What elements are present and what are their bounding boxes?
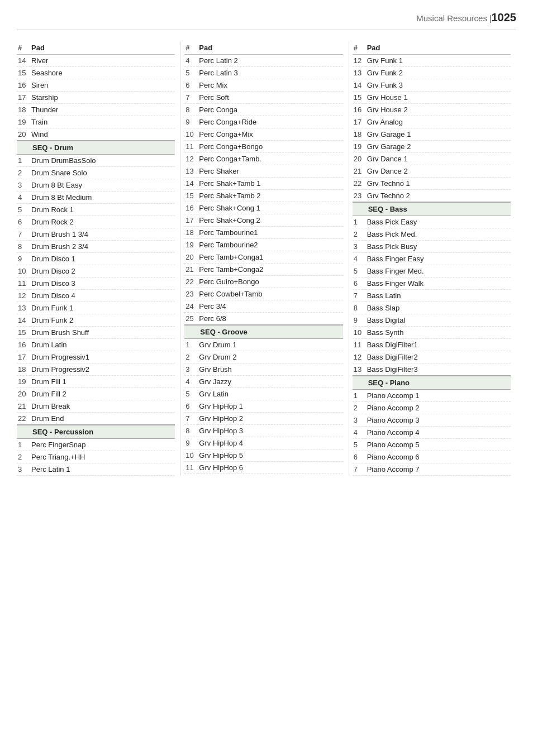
row-num: 12 (17, 290, 30, 302)
row-num: 18 (17, 363, 30, 376)
row-num: 7 (353, 463, 366, 476)
row-num: 18 (17, 104, 30, 116)
row-num: 6 (353, 277, 366, 290)
row-pad: Perc Latin 3 (198, 67, 342, 79)
row-pad: Grv Analog (366, 116, 511, 128)
row-pad: Train (30, 116, 175, 128)
row-num: 5 (353, 265, 366, 277)
row-pad: Perc Latin 1 (30, 463, 175, 476)
row-pad: Bass Latin (366, 290, 511, 302)
row-pad: Drum Disco 1 (30, 253, 175, 265)
row-num: 6 (353, 451, 366, 463)
row-pad: Perc Soft (198, 92, 342, 104)
table-row: 7Drum Brush 1 3/4 (17, 228, 175, 241)
row-pad: Bass DigiFilter3 (366, 363, 511, 376)
row-num: 13 (184, 165, 198, 178)
row-num: 16 (17, 79, 30, 92)
table-row: 20Grv Dance 1 (353, 153, 511, 165)
table-row: 1Piano Accomp 1 (353, 390, 511, 402)
table-row: 23Perc Cowbel+Tamb (184, 288, 342, 300)
row-pad: Starship (30, 92, 175, 104)
table-row: 15Grv House 1 (353, 92, 511, 104)
row-pad: Grv House 1 (366, 92, 511, 104)
table-row: 10Grv HipHop 5 (184, 449, 342, 462)
table-row: 18Grv Garage 1 (353, 128, 511, 141)
row-pad: Bass Pick Med. (366, 228, 511, 241)
column-2: #Pad4Perc Latin 25Perc Latin 36Perc Mix7… (181, 41, 349, 476)
row-pad: Perc Triang.+HH (30, 451, 175, 463)
row-pad: Drum DrumBasSolo (30, 155, 175, 167)
table-row: 12Drum Disco 4 (17, 290, 175, 302)
row-pad: Drum Brush 1 3/4 (30, 228, 175, 241)
row-pad: Perc Mix (198, 79, 342, 92)
table-row: 18Thunder (17, 104, 175, 116)
table-row: 17Grv Analog (353, 116, 511, 128)
row-pad: Perc Shak+Cong 1 (198, 202, 342, 214)
table-row: 20Perc Tamb+Conga1 (184, 251, 342, 264)
row-num: 4 (353, 427, 366, 439)
row-pad: Perc Shak+Tamb 1 (198, 178, 342, 190)
row-num: 21 (17, 400, 30, 413)
row-pad: Perc Guiro+Bongo (198, 276, 342, 288)
table-row: 15Seashore (17, 67, 175, 79)
section-header-row: SEQ - Percussion (17, 425, 175, 439)
row-pad: Piano Accomp 1 (366, 390, 511, 402)
row-pad: Grv Brush (198, 363, 342, 376)
row-num: 20 (184, 251, 198, 264)
row-num: 24 (184, 300, 198, 313)
row-num: 20 (353, 153, 366, 165)
row-pad: Bass Pick Busy (366, 241, 511, 253)
row-pad: Piano Accomp 3 (366, 414, 511, 427)
section-header-empty (17, 425, 30, 439)
row-num: 6 (184, 400, 198, 413)
table-row: 3Grv Brush (184, 363, 342, 376)
row-pad: Drum Funk 2 (30, 314, 175, 327)
row-num: 3 (184, 363, 198, 376)
row-num: 8 (184, 425, 198, 437)
row-pad: Drum Fill 2 (30, 388, 175, 400)
row-num: 21 (353, 165, 366, 178)
table-row: 16Siren (17, 79, 175, 92)
section-header-label: SEQ - Bass (366, 202, 511, 216)
row-pad: Perc Tambourine1 (198, 227, 342, 239)
col-header-num: # (184, 41, 198, 55)
row-num: 9 (353, 314, 366, 327)
row-pad: Drum Progressiv2 (30, 363, 175, 376)
table-row: 13Bass DigiFilter3 (353, 363, 511, 376)
row-num: 19 (17, 116, 30, 128)
row-pad: Grv Drum 1 (198, 339, 342, 351)
section-header-empty (184, 325, 198, 339)
table-row: 4Bass Finger Easy (353, 253, 511, 265)
column-3: #Pad12Grv Funk 113Grv Funk 214Grv Funk 3… (349, 41, 516, 476)
row-num: 25 (184, 313, 198, 326)
columns-wrapper: #Pad14River15Seashore16Siren17Starship18… (17, 41, 516, 476)
row-pad: Drum Funk 1 (30, 302, 175, 314)
table-row: 17Starship (17, 92, 175, 104)
table-row: 8Drum Brush 2 3/4 (17, 241, 175, 253)
table-row: 20Wind (17, 128, 175, 141)
table-row: 3Bass Pick Busy (353, 241, 511, 253)
row-num: 5 (184, 67, 198, 79)
row-pad: Drum Latin (30, 339, 175, 351)
row-pad: Perc Conga+Tamb. (198, 153, 342, 165)
table-row: 3Piano Accomp 3 (353, 414, 511, 427)
row-pad: Drum Disco 3 (30, 277, 175, 290)
table-row: 10Perc Conga+Mix (184, 128, 342, 141)
table-row: 1Grv Drum 1 (184, 339, 342, 351)
row-pad: Grv House 2 (366, 104, 511, 116)
table-row: 12Bass DigiFilter2 (353, 351, 511, 363)
row-num: 13 (353, 67, 366, 79)
section-header-label: SEQ - Groove (198, 325, 342, 339)
table-row: 14Perc Shak+Tamb 1 (184, 178, 342, 190)
row-num: 22 (353, 178, 366, 190)
table-row: 12Perc Conga+Tamb. (184, 153, 342, 165)
row-num: 5 (353, 439, 366, 451)
table-row: 22Drum End (17, 413, 175, 425)
row-num: 8 (353, 302, 366, 314)
row-pad: Drum Disco 4 (30, 290, 175, 302)
row-num: 1 (17, 155, 30, 167)
row-pad: Grv Funk 3 (366, 79, 511, 92)
row-num: 1 (353, 216, 366, 228)
row-pad: Bass DigiFilter1 (366, 339, 511, 351)
row-pad: Grv HipHop 2 (198, 413, 342, 425)
